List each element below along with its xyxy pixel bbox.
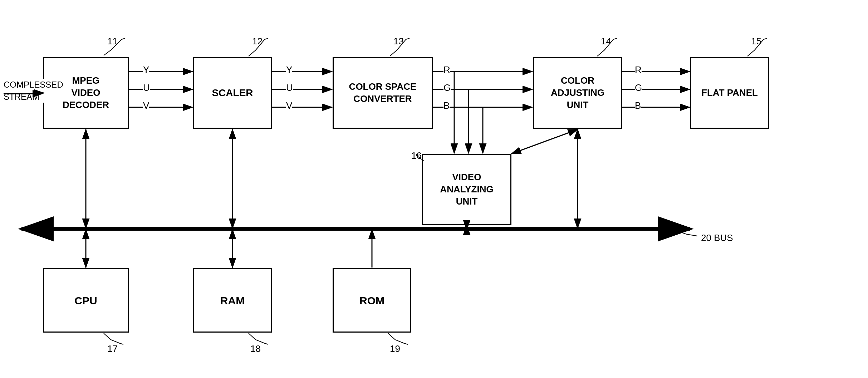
u-label-1: U [143, 82, 150, 93]
r-label-2: R [635, 64, 642, 75]
ref-12: 12 [252, 36, 263, 47]
vau-block: VIDEOANALYZINGUNIT [422, 154, 511, 225]
cpu-block: CPU [43, 268, 129, 333]
r-label-1: R [443, 64, 450, 75]
y-label-1: Y [143, 64, 149, 75]
bus-label: 20 BUS [701, 232, 733, 244]
u-label-2: U [286, 82, 293, 93]
b-label-1: B [443, 100, 450, 111]
svg-line-21 [511, 129, 578, 154]
ram-block: RAM [193, 268, 272, 333]
ref-14: 14 [601, 36, 611, 47]
g-label-1: G [443, 82, 451, 93]
ref-17: 17 [107, 343, 118, 354]
flat-panel-block: FLAT PANEL [690, 57, 769, 129]
b-label-2: B [635, 100, 641, 111]
ref-18: 18 [250, 343, 261, 354]
ref-19: 19 [390, 343, 400, 354]
v-label-2: V [286, 100, 292, 111]
g-label-2: G [635, 82, 642, 93]
y-label-2: Y [286, 64, 292, 75]
input-stream-label: COMPLESSEDSTREAM [4, 79, 63, 103]
scaler-block: SCALER [193, 57, 272, 129]
v-label-1: V [143, 100, 149, 111]
ref-11: 11 [107, 36, 118, 47]
ref-16: 16 [411, 150, 422, 161]
ref-15: 15 [751, 36, 761, 47]
ref-13: 13 [393, 36, 404, 47]
rom-block: ROM [333, 268, 411, 333]
csc-block: COLOR SPACECONVERTER [333, 57, 433, 129]
cau-block: COLORADJUSTINGUNIT [533, 57, 622, 129]
